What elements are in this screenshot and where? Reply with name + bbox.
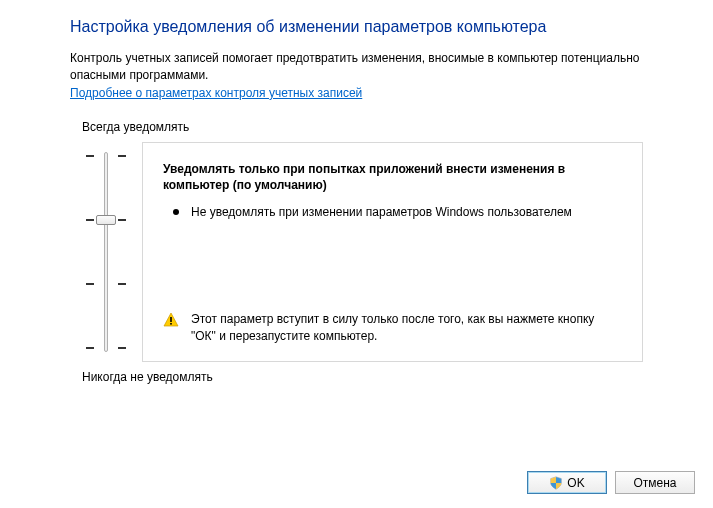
slider-tick (86, 219, 94, 221)
slider-tick (86, 347, 94, 349)
svg-rect-1 (170, 323, 172, 325)
description-text: Контроль учетных записей помогает предот… (70, 50, 643, 84)
button-bar: OK Отмена (527, 471, 695, 494)
warning-text: Этот параметр вступит в силу только посл… (191, 311, 622, 345)
slider-label-top: Всегда уведомлять (82, 120, 643, 134)
notification-slider[interactable] (70, 142, 142, 362)
shield-icon (549, 476, 563, 490)
ok-button[interactable]: OK (527, 471, 607, 494)
ok-button-label: OK (567, 476, 584, 490)
cancel-button[interactable]: Отмена (615, 471, 695, 494)
slider-tick (86, 283, 94, 285)
info-panel: Уведомлять только при попытках приложени… (142, 142, 643, 362)
bullet-icon (173, 209, 179, 215)
info-heading: Уведомлять только при попытках приложени… (163, 161, 622, 195)
slider-label-bottom: Никогда не уведомлять (82, 370, 643, 384)
slider-tick (118, 155, 126, 157)
slider-tick (118, 219, 126, 221)
slider-track (104, 152, 108, 352)
svg-rect-0 (170, 317, 172, 322)
warning-icon (163, 312, 179, 328)
slider-tick (118, 347, 126, 349)
page-title: Настройка уведомления об изменении парам… (70, 18, 643, 36)
info-bullet: Не уведомлять при изменении параметров W… (191, 204, 572, 221)
slider-tick (118, 283, 126, 285)
slider-thumb[interactable] (96, 215, 116, 225)
slider-tick (86, 155, 94, 157)
learn-more-link[interactable]: Подробнее о параметрах контроля учетных … (70, 86, 362, 100)
cancel-button-label: Отмена (633, 476, 676, 490)
